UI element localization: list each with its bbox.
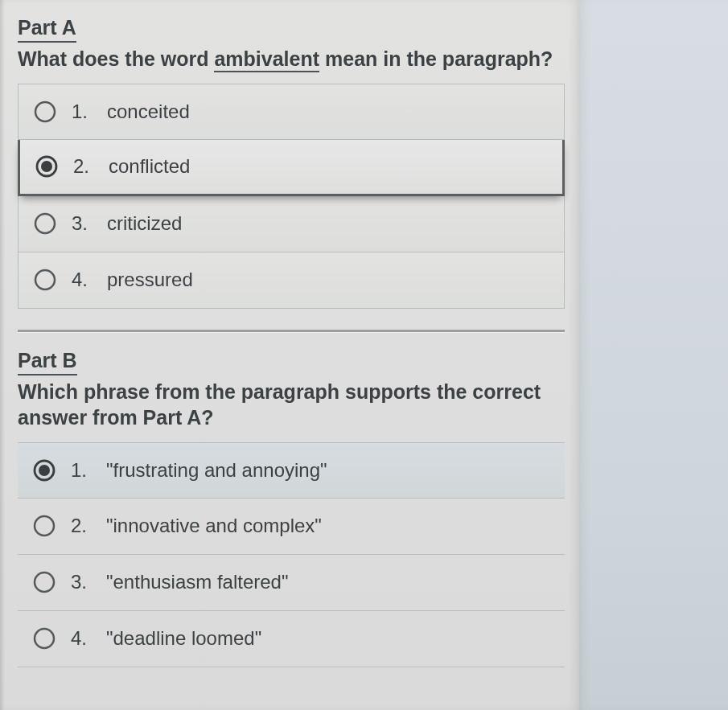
part-a-option-1[interactable]: 1. conceited: [18, 84, 565, 140]
part-a-option-4[interactable]: 4. pressured: [18, 252, 565, 309]
part-b-option-2[interactable]: 2. "innovative and complex": [18, 499, 565, 555]
svg-point-4: [35, 270, 55, 289]
section-divider: [18, 330, 565, 333]
part-a-label: Part A: [18, 16, 76, 43]
radio-icon: [33, 100, 57, 124]
svg-point-8: [35, 573, 54, 592]
radio-selected-icon: [35, 154, 59, 179]
part-b-option-1[interactable]: 1. "frustrating and annoying": [18, 442, 565, 499]
option-text: conflicted: [109, 155, 190, 178]
radio-icon: [32, 570, 56, 594]
part-a-question-post: mean in the paragraph?: [319, 47, 553, 70]
option-number: 1.: [71, 459, 92, 482]
svg-point-9: [35, 629, 54, 648]
option-number: 3.: [71, 571, 92, 593]
svg-point-7: [35, 516, 54, 536]
part-b-option-3[interactable]: 3. "enthusiasm faltered": [18, 555, 565, 611]
option-number: 4.: [72, 269, 93, 291]
radio-icon: [32, 514, 56, 538]
right-margin: [579, 0, 728, 710]
option-number: 2.: [73, 155, 94, 178]
part-a-question: What does the word ambivalent mean in th…: [18, 46, 565, 72]
option-text: "innovative and complex": [106, 515, 322, 537]
svg-point-3: [35, 214, 55, 233]
option-text: "enthusiasm faltered": [106, 571, 289, 593]
option-text: "deadline loomed": [106, 627, 261, 650]
part-a-option-3[interactable]: 3. criticized: [18, 196, 565, 252]
radio-icon: [32, 626, 56, 650]
quiz-page: Part A What does the word ambivalent mea…: [0, 0, 579, 710]
option-number: 1.: [72, 101, 93, 123]
part-a-options: 1. conceited 2. conflicted 3. criti: [18, 84, 565, 309]
svg-point-0: [35, 102, 55, 121]
radio-icon: [33, 211, 57, 236]
part-b-options: 1. "frustrating and annoying" 2. "innova…: [18, 442, 565, 667]
option-text: conceited: [107, 101, 190, 123]
option-text: "frustrating and annoying": [106, 459, 327, 482]
option-text: criticized: [107, 212, 182, 235]
option-number: 2.: [71, 515, 92, 537]
option-number: 4.: [71, 627, 92, 650]
option-text: pressured: [107, 269, 193, 291]
left-shadow: [0, 0, 5, 710]
part-a-question-underline: ambivalent: [214, 47, 319, 72]
svg-point-2: [41, 161, 52, 172]
part-a-option-2[interactable]: 2. conflicted: [18, 140, 565, 196]
part-a-section: Part A What does the word ambivalent mea…: [18, 16, 565, 309]
part-b-question: Which phrase from the paragraph supports…: [18, 379, 565, 431]
part-b-label: Part B: [18, 349, 77, 376]
radio-selected-icon: [32, 458, 56, 482]
part-b-option-4[interactable]: 4. "deadline loomed": [18, 611, 565, 667]
part-a-question-pre: What does the word: [18, 47, 214, 70]
svg-point-6: [39, 465, 50, 476]
part-b-section: Part B Which phrase from the paragraph s…: [18, 349, 565, 667]
radio-icon: [33, 268, 57, 292]
option-number: 3.: [72, 212, 93, 235]
